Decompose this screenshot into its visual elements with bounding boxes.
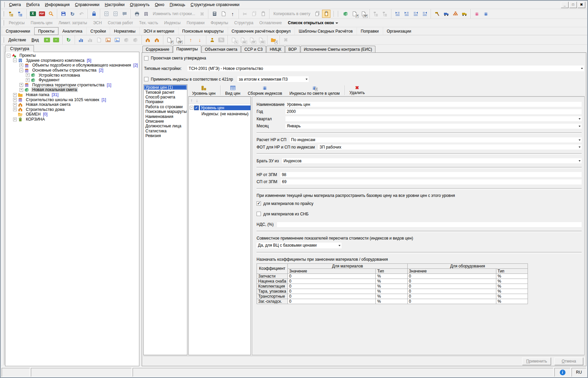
coef-value-cell[interactable]: % xyxy=(496,274,528,279)
menubar-item[interactable]: Настройки xyxy=(102,2,127,8)
tree-row[interactable]: +ОБМЕН[0] xyxy=(5,112,139,117)
coef-value-cell[interactable]: % xyxy=(376,299,407,304)
category-item[interactable]: Описание xyxy=(144,119,187,124)
resources-blue-icon[interactable] xyxy=(482,10,490,18)
nr-zpm-input[interactable]: 98 xyxy=(280,172,582,177)
machines-icon[interactable] xyxy=(460,10,468,18)
workspace-tab[interactable]: Проекты xyxy=(34,27,58,35)
workspace-tab[interactable]: Организации xyxy=(383,27,415,35)
wizard-icon[interactable] xyxy=(208,36,217,44)
page-m29-icon[interactable]: М2 xyxy=(239,36,247,44)
truck-icon[interactable] xyxy=(442,10,450,18)
chevron-down-icon[interactable] xyxy=(305,77,309,81)
refresh-tree-icon[interactable]: ↻ xyxy=(64,36,73,44)
print-icon[interactable] xyxy=(133,10,141,18)
workspace-tab[interactable]: Аналитика xyxy=(58,27,86,35)
coef-value-cell[interactable]: 0 xyxy=(407,289,496,294)
estimate-book-icon[interactable] xyxy=(341,10,350,18)
index-collection-button[interactable]: Сборник индексов xyxy=(244,84,286,96)
coef-value-cell[interactable]: % xyxy=(376,279,407,284)
copy-to-estimate-label[interactable]: Копировать в смету xyxy=(271,11,313,16)
clear-row-type-icon[interactable]: ✖ xyxy=(198,10,206,18)
expand-icon[interactable]: + xyxy=(19,64,23,67)
chevron-down-icon[interactable] xyxy=(578,159,582,163)
category-item[interactable]: Работа со строками xyxy=(144,104,187,109)
tree-row[interactable]: +Новая папка[31] xyxy=(5,92,139,97)
coef-value-cell[interactable]: % xyxy=(376,284,407,289)
expand-icon[interactable]: + xyxy=(26,73,30,77)
excel-export-icon[interactable]: X xyxy=(29,10,37,18)
apply-button[interactable]: Применить xyxy=(522,358,551,365)
outdent-all-icon[interactable] xyxy=(420,10,429,18)
category-item[interactable]: Наименования xyxy=(144,114,187,119)
report-page-icon[interactable] xyxy=(95,36,103,44)
expand-icon[interactable]: + xyxy=(13,103,17,107)
collapse-icon[interactable]: − xyxy=(7,54,10,57)
save-icon[interactable] xyxy=(59,10,67,18)
coef-value-cell[interactable]: % xyxy=(496,299,528,304)
minimize-button[interactable]: _ xyxy=(561,2,569,8)
apply-indexes-mode-select[interactable]: за итогом к элементам ПЗ xyxy=(237,76,309,82)
tree-row[interactable]: +Объекты подсобного и обслуживающего наз… xyxy=(5,63,139,68)
menubar-item[interactable]: Информация xyxy=(42,2,72,8)
collapse-icon[interactable]: − xyxy=(13,58,17,62)
quarter-select[interactable] xyxy=(285,116,582,121)
page-pr-icon[interactable]: ПР xyxy=(359,10,368,18)
category-item[interactable]: Статистика xyxy=(144,129,187,133)
panelbar-item[interactable]: Структура xyxy=(231,20,256,25)
coef-value-cell[interactable]: % xyxy=(376,289,407,294)
panelbar-item[interactable]: Панель цен xyxy=(28,20,55,25)
indent-icon[interactable] xyxy=(402,10,411,18)
panelbar-item[interactable]: Лимит. затраты xyxy=(55,20,90,25)
indent-first-icon[interactable] xyxy=(393,10,402,18)
expand-icon[interactable]: + xyxy=(19,83,23,87)
panel-grip[interactable] xyxy=(2,46,4,365)
tools-icon[interactable] xyxy=(433,10,441,18)
panelbar-item[interactable]: Поправки xyxy=(184,20,208,25)
workspace-tab[interactable]: Справочник расчётных формул xyxy=(228,27,295,35)
tree-row[interactable]: +Устройство котлована xyxy=(5,73,139,78)
coef-value-cell[interactable]: 0 xyxy=(407,294,496,299)
page-p-icon[interactable]: Р xyxy=(350,10,359,18)
coef-value-cell[interactable]: 0 xyxy=(407,274,496,279)
panel-splitter[interactable] xyxy=(139,45,142,366)
indexes-whole-estimate-button[interactable]: ΣИндексы по смете в целом xyxy=(286,84,343,96)
coef-value-cell[interactable]: 0 xyxy=(407,299,496,304)
category-item[interactable]: Ревизия xyxy=(144,133,187,138)
materials-snb-checkbox[interactable] xyxy=(257,212,261,216)
category-item[interactable]: Поисковые маршруты xyxy=(144,109,187,114)
name-input[interactable]: Уровень цен xyxy=(285,102,582,107)
calculator-icon[interactable] xyxy=(210,10,219,18)
category-item[interactable]: Типовой расчет xyxy=(144,90,187,94)
chevron-down-icon[interactable] xyxy=(578,145,582,149)
tab-structure[interactable]: Структура xyxy=(5,45,34,52)
tree-row[interactable]: +Новая локальная смета xyxy=(5,87,139,92)
move-level-down-icon[interactable]: ↓ xyxy=(196,98,198,103)
clipboard-icon[interactable] xyxy=(322,10,330,18)
copy-pages-icon[interactable] xyxy=(313,10,321,18)
image-save-icon[interactable] xyxy=(113,36,122,44)
menubar-item[interactable]: Справочники xyxy=(72,2,102,8)
page-fz-icon[interactable]: ФЗ xyxy=(257,36,265,44)
language-indicator[interactable]: RU xyxy=(572,368,586,377)
paste-icon[interactable] xyxy=(259,10,267,18)
coef-value-cell[interactable]: % xyxy=(496,284,528,289)
menubar-item[interactable]: Смета xyxy=(6,2,24,8)
workspace-tab[interactable]: Поисковые маршруты xyxy=(178,27,228,35)
delete-node-icon[interactable]: ✖ xyxy=(282,36,290,44)
page-pr3-icon[interactable]: ПР xyxy=(248,36,256,44)
archive-down-icon[interactable] xyxy=(111,10,120,18)
details-tab[interactable]: НМЦК xyxy=(266,46,285,52)
coef-value-cell[interactable]: 0 xyxy=(288,279,376,284)
menubar-item[interactable]: Работа xyxy=(24,2,42,8)
expand-icon[interactable]: + xyxy=(13,93,17,97)
archive-up-icon[interactable] xyxy=(102,10,110,18)
panelbar-item[interactable]: Состав работ xyxy=(105,20,136,25)
fot-select[interactable]: ЗП рабочих xyxy=(318,144,582,150)
vat-input[interactable] xyxy=(277,222,582,227)
coef-value-cell[interactable]: 0 xyxy=(288,294,376,299)
toolbar-grip[interactable] xyxy=(2,37,4,43)
comment-icon[interactable] xyxy=(120,10,129,18)
panelbar-item[interactable]: ЭСН xyxy=(90,20,105,25)
menubar-item[interactable]: Отдохнуть xyxy=(127,2,152,8)
